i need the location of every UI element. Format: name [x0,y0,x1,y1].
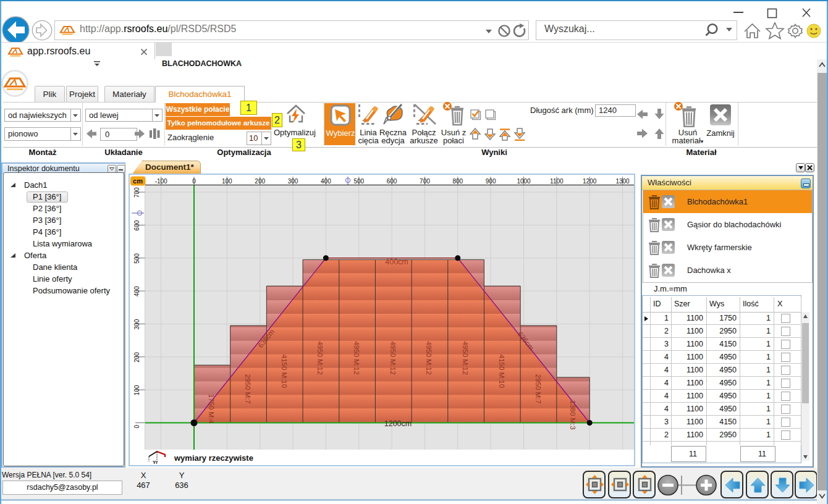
svg-text:1300: 1300 [615,178,630,185]
svg-text:1000: 1000 [517,178,531,185]
svg-text:700: 700 [420,178,430,185]
svg-text:-100: -100 [155,178,167,185]
svg-text:4150 M:10: 4150 M:10 [281,355,288,388]
svg-text:100: 100 [222,178,232,185]
svg-text:600: 600 [387,178,397,185]
svg-text:2950 M:7: 2950 M:7 [534,374,542,404]
svg-text:600: 600 [133,220,140,230]
svg-text:1200: 1200 [583,178,597,185]
svg-text:300: 300 [133,319,140,329]
svg-text:4950 M:12: 4950 M:12 [316,341,324,374]
svg-text:0: 0 [192,178,196,185]
svg-text:200: 200 [133,352,140,363]
svg-text:700: 700 [133,187,140,198]
svg-text:800: 800 [452,178,463,185]
svg-text:400cm: 400cm [385,258,408,266]
svg-text:4950 M:12: 4950 M:12 [462,341,469,374]
svg-text:100: 100 [133,385,140,395]
svg-text:0: 0 [133,425,140,429]
svg-text:4950 M:12: 4950 M:12 [353,341,360,374]
svg-text:4950 M:12: 4950 M:12 [389,341,397,374]
svg-text:4950 M:12: 4950 M:12 [425,341,433,374]
svg-text:cm: cm [133,177,143,185]
svg-text:1100: 1100 [550,178,564,185]
svg-text:500: 500 [353,178,364,185]
svg-text:400: 400 [133,286,140,296]
svg-text:4150 M:10: 4150 M:10 [498,355,505,388]
svg-text:wymiary rzeczywiste: wymiary rzeczywiste [174,453,253,463]
svg-text:200: 200 [255,178,265,185]
svg-text:1380 M:3: 1380 M:3 [569,400,577,430]
svg-text:1750 M:4: 1750 M:4 [208,394,215,424]
svg-text:900: 900 [486,178,496,185]
svg-text:500: 500 [133,253,140,264]
svg-text:1200cm: 1200cm [384,419,412,428]
svg-text:300: 300 [288,178,298,185]
svg-text:Yr: Yr [153,460,158,465]
svg-text:2950 M:7: 2950 M:7 [244,374,251,404]
svg-text:400: 400 [321,178,331,185]
